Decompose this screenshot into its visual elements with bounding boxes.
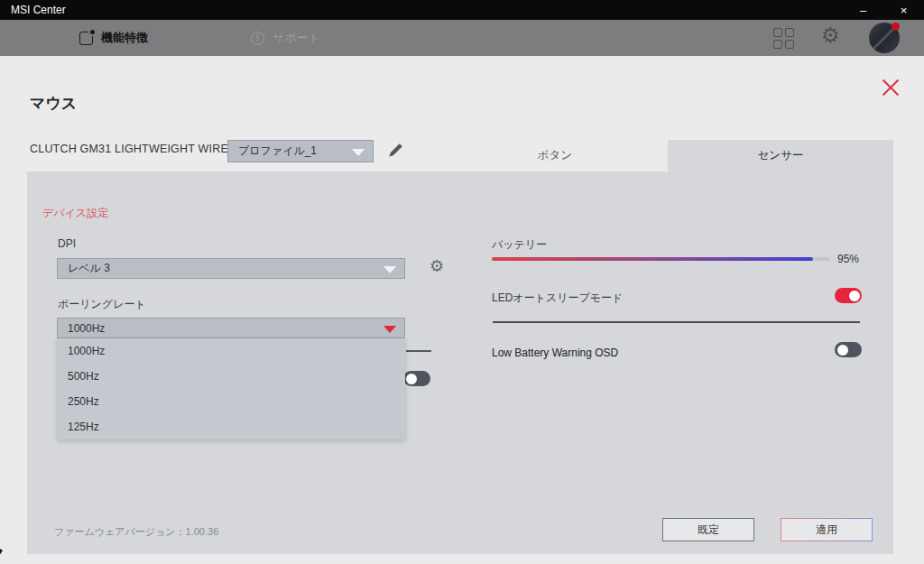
polling-rate-label: ポーリングレート: [58, 297, 146, 312]
nav-tab-features[interactable]: 機能特徴: [79, 20, 148, 56]
low-battery-warning-toggle[interactable]: [835, 342, 862, 357]
settings-gear-icon[interactable]: ⚙: [821, 23, 840, 48]
polling-rate-select-value: 1000Hz: [68, 322, 105, 335]
profile-select[interactable]: プロファイル_1: [227, 140, 374, 162]
tab-sensor[interactable]: センサー: [668, 140, 893, 171]
title-bar: MSI Center – ×: [0, 0, 924, 20]
battery-label: バッテリー: [492, 237, 547, 253]
dpi-select[interactable]: レベル 3: [57, 258, 405, 279]
low-battery-warning-label: Low Battery Warning OSD: [492, 347, 618, 359]
dpi-settings-gear-icon[interactable]: ⚙: [430, 256, 444, 276]
minimize-button[interactable]: –: [843, 0, 883, 20]
battery-bar: [492, 257, 830, 261]
polling-option-1000hz[interactable]: 1000Hz: [57, 338, 405, 364]
chevron-down-icon: [383, 266, 396, 273]
polling-rate-dropdown-list: 1000Hz 500Hz 250Hz 125Hz: [57, 338, 405, 439]
msi-center-window: MSI Center – × 機能特徴 ! サポート ⚙ マウス CLUTCH …: [0, 0, 924, 564]
led-auto-sleep-toggle[interactable]: [835, 288, 862, 303]
modal-close-icon[interactable]: [879, 76, 902, 99]
profile-select-value: プロファイル_1: [238, 143, 317, 159]
tab-buttons[interactable]: ボタン: [442, 140, 668, 171]
nav-bar: 機能特徴 ! サポート ⚙: [0, 20, 924, 56]
sensor-panel: デバイス設定 DPI レベル 3 ⚙ ポーリングレート 1000Hz 1000H…: [27, 171, 893, 554]
dpi-select-value: レベル 3: [68, 261, 110, 276]
apply-button[interactable]: 適用: [781, 518, 873, 541]
chevron-down-icon: [383, 326, 396, 333]
polling-option-250hz[interactable]: 250Hz: [57, 389, 405, 414]
support-label: サポート: [273, 30, 320, 46]
dpi-label: DPI: [58, 237, 76, 250]
default-button[interactable]: 既定: [662, 518, 754, 541]
mouse-cursor: [0, 547, 3, 559]
polling-rate-select[interactable]: 1000Hz: [57, 318, 405, 338]
polling-option-125hz[interactable]: 125Hz: [57, 414, 405, 439]
apps-grid-icon[interactable]: [773, 28, 794, 49]
support-info-icon: !: [251, 32, 264, 45]
device-name: CLUTCH GM31 LIGHTWEIGHT WIRELESS: [30, 143, 258, 155]
occluded-toggle[interactable]: [403, 371, 430, 386]
features-label: 機能特徴: [101, 30, 148, 46]
divider: [493, 321, 860, 323]
page-title: マウス: [30, 93, 77, 114]
app-title: MSI Center: [11, 4, 66, 16]
battery-bar-fill: [492, 257, 813, 261]
edit-pencil-icon[interactable]: [388, 142, 404, 158]
nav-tab-support[interactable]: ! サポート: [251, 20, 320, 56]
features-icon: [79, 32, 93, 45]
led-auto-sleep-label: LEDオートスリープモード: [492, 291, 623, 306]
window-close-button[interactable]: ×: [883, 0, 924, 20]
chevron-down-icon: [352, 149, 365, 156]
firmware-version: ファームウェアバージョン：1.00.36: [54, 525, 218, 539]
user-avatar[interactable]: [869, 23, 900, 53]
battery-percent: 95%: [837, 253, 859, 265]
notification-dot: [892, 23, 900, 31]
section-title-device-settings: デバイス設定: [42, 206, 108, 221]
polling-option-500hz[interactable]: 500Hz: [57, 364, 405, 389]
occluded-dash-line: [406, 350, 431, 352]
